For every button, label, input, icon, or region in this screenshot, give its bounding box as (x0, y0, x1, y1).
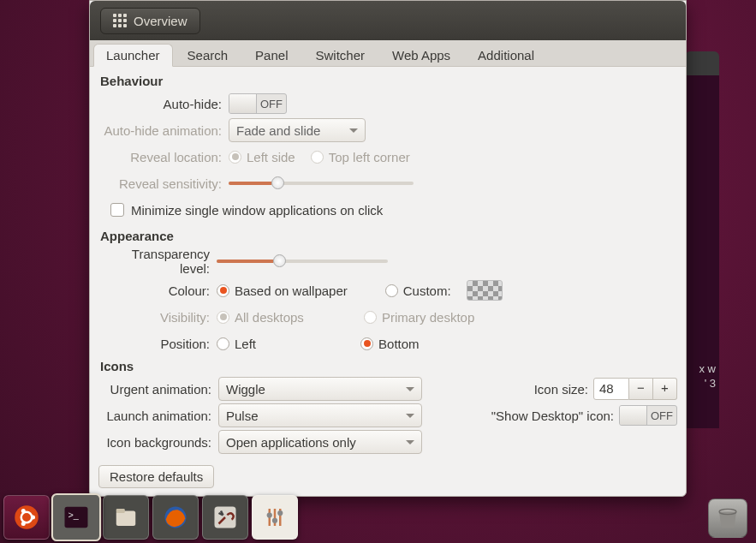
colour-label: Colour: (98, 283, 217, 298)
svg-point-16 (277, 510, 283, 516)
icon-size-label: Icon size: (534, 382, 588, 397)
urgent-label: Urgent animation: (98, 382, 218, 397)
launcher-ubuntu[interactable] (3, 495, 50, 540)
size-minus[interactable]: − (629, 378, 653, 400)
colour-swatch[interactable] (467, 280, 503, 301)
svg-rect-8 (116, 509, 125, 513)
reveal-loc-topleft[interactable]: Top left corner (311, 150, 410, 164)
minimize-checkbox[interactable] (110, 203, 124, 217)
auto-hide-toggle[interactable]: OFF (229, 93, 287, 114)
chevron-down-icon (406, 387, 414, 391)
launch-select[interactable]: Pulse (218, 403, 422, 427)
launcher-firefox[interactable] (152, 495, 199, 540)
reveal-sens-label: Reveal sensitivity: (98, 176, 229, 191)
urgent-select[interactable]: Wiggle (218, 377, 422, 401)
showdesk-toggle[interactable]: OFF (619, 405, 677, 426)
colour-custom[interactable]: Custom: (385, 283, 451, 298)
svg-point-3 (21, 509, 26, 513)
auto-hide-label: Auto-hide: (98, 97, 229, 111)
colour-wallpaper[interactable]: Based on wallpaper (217, 283, 348, 298)
svg-text:>_: >_ (68, 510, 80, 520)
svg-rect-12 (274, 509, 277, 526)
iconbg-select[interactable]: Open applications only (218, 430, 422, 454)
behaviour-heading: Behaviour (100, 74, 677, 88)
launcher-bar: >_ (3, 495, 298, 540)
tab-switcher[interactable]: Switcher (302, 44, 378, 66)
window-header: Overview (90, 1, 686, 40)
visibility-all[interactable]: All desktops (217, 310, 304, 325)
files-icon (113, 504, 139, 530)
iconbg-label: Icon backgrounds: (98, 435, 218, 450)
terminal-text: x w (699, 362, 717, 375)
minimize-label: Minimize single window applications on c… (131, 203, 383, 218)
visibility-primary[interactable]: Primary desktop (364, 310, 474, 325)
firefox-icon (163, 504, 188, 530)
transparency-label: Transparency level: (98, 247, 217, 276)
showdesk-label: "Show Desktop" icon: (491, 409, 614, 423)
icons-heading: Icons (100, 359, 677, 373)
ubuntu-icon (14, 504, 39, 530)
unity-tweak-window: Overview Launcher Search Panel Switcher … (89, 0, 687, 497)
tabbar: Launcher Search Panel Switcher Web Apps … (90, 40, 686, 67)
tab-webapps[interactable]: Web Apps (379, 44, 463, 66)
auto-hide-anim-select[interactable]: Fade and slide (229, 118, 366, 142)
reveal-loc-left[interactable]: Left side (229, 150, 295, 164)
tools-icon (212, 504, 238, 530)
tab-panel[interactable]: Panel (242, 44, 301, 66)
tab-search[interactable]: Search (175, 44, 241, 66)
launch-label: Launch animation: (98, 409, 218, 423)
chevron-down-icon (349, 128, 358, 133)
chevron-down-icon (406, 414, 414, 418)
launcher-files[interactable] (103, 495, 149, 540)
svg-rect-7 (116, 511, 136, 527)
launcher-terminal[interactable]: >_ (51, 493, 101, 541)
tab-additional[interactable]: Additional (465, 44, 547, 66)
launcher-unity-tweak[interactable] (252, 495, 298, 540)
restore-defaults-button[interactable]: Restore defaults (98, 465, 214, 488)
svg-point-2 (31, 516, 35, 520)
grid-icon (113, 14, 127, 27)
reveal-loc-label: Reveal location: (98, 150, 229, 164)
launcher-tweaks[interactable] (202, 495, 248, 540)
svg-point-4 (21, 522, 26, 526)
trash-icon[interactable] (708, 498, 747, 538)
tab-launcher[interactable]: Launcher (93, 44, 173, 67)
terminal-icon: >_ (63, 504, 90, 531)
terminal-window[interactable]: x w ' 3 (685, 51, 719, 428)
appearance-heading: Appearance (100, 229, 677, 243)
overview-label: Overview (134, 14, 188, 28)
position-label: Position: (98, 337, 217, 351)
icon-size-spinner[interactable]: 48 − + (593, 378, 677, 400)
terminal-text: ' 3 (705, 377, 716, 390)
svg-point-15 (272, 518, 277, 523)
transparency-slider[interactable] (217, 259, 388, 264)
size-plus[interactable]: + (653, 378, 677, 400)
trash-bin-icon (715, 505, 741, 531)
svg-point-14 (267, 512, 272, 517)
sliders-icon (262, 504, 288, 530)
position-bottom[interactable]: Bottom (360, 337, 420, 351)
visibility-label: Visibility: (98, 310, 217, 325)
reveal-sens-slider[interactable] (229, 181, 414, 186)
position-left[interactable]: Left (217, 337, 256, 351)
chevron-down-icon (406, 440, 414, 445)
auto-hide-anim-label: Auto-hide animation: (98, 123, 229, 138)
overview-button[interactable]: Overview (100, 8, 200, 34)
